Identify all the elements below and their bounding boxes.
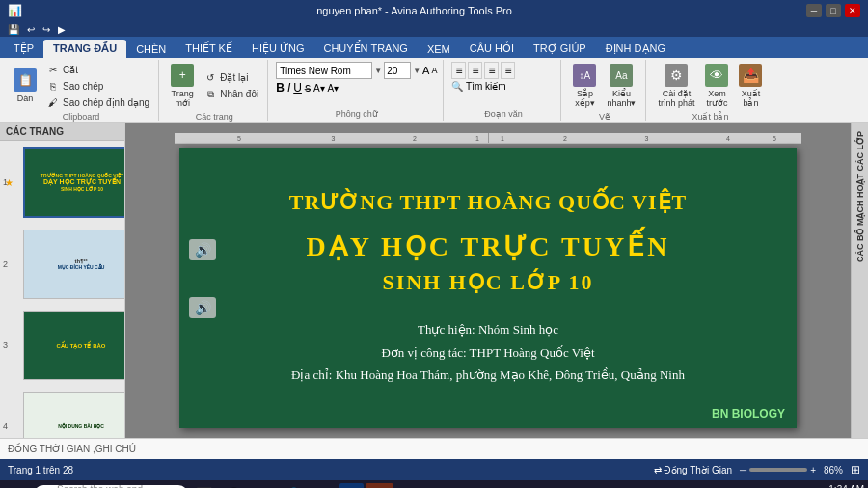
export-button[interactable]: 📤 Xuất bản [735, 62, 766, 110]
thumb-slide-4: NỘI DUNG BÀI HỌC [24, 393, 125, 438]
underline-button[interactable]: U [293, 81, 302, 95]
duplicate-button[interactable]: ⧉ Nhân đôi [201, 87, 261, 102]
slide-group-label: Các trang [167, 112, 261, 122]
sound-button-1[interactable]: 🔊 [189, 239, 216, 260]
clipboard-label: Clipboard [10, 112, 152, 122]
slide-panel-header: CÁC TRANG [0, 123, 124, 141]
paste-icon: 📋 [14, 68, 37, 92]
tab-cau-hoi[interactable]: CÂU HỎI [460, 40, 524, 58]
authoring-btn[interactable]: 🔺 [366, 483, 393, 488]
browser-btn[interactable]: 🌐 [280, 483, 308, 488]
ribbon: 📋 Dán ✂ Cắt ⎘ Sao chép 🖌 Sao chép định d… [0, 58, 868, 123]
strikethrough-button[interactable]: S̶ [305, 83, 311, 94]
paste-button[interactable]: 📋 Dán [10, 67, 41, 105]
cut-icon: ✂ [46, 63, 60, 76]
find-btn[interactable]: 🔍 Tìm kiếm [451, 81, 505, 92]
copy-button[interactable]: ⎘ Sao chép [43, 78, 152, 94]
align-center-btn[interactable]: ≡ [468, 62, 482, 79]
save-quick-btn[interactable]: 💾 [6, 24, 21, 35]
zoom-slider[interactable]: ─ + [740, 465, 816, 475]
title-bar: 📊 nguyen phan* - Avina Authoring Tools P… [0, 0, 868, 21]
status-bar: Trang 1 trên 28 ⇄ Đồng Thời Gian ─ + 86%… [0, 459, 868, 480]
copy-icon: ⎘ [46, 79, 60, 93]
slide-title-line2: SINH HỌC LỚP 10 [382, 270, 593, 295]
mail-btn[interactable]: 📧 [310, 483, 338, 488]
italic-button[interactable]: I [287, 81, 290, 95]
tab-trang-dau[interactable]: TRANG ĐẦU [43, 40, 126, 58]
status-left: Trang 1 trên 28 [8, 465, 73, 475]
tab-thiet-ke[interactable]: THIẾT KẾ [176, 40, 242, 58]
slide-num-2: 2 [3, 259, 8, 269]
new-slide-button[interactable]: + Trang mới [167, 62, 198, 110]
redo-quick-btn[interactable]: ↪ [41, 24, 52, 35]
style-button[interactable]: Aa Kiểu nhanh▾ [603, 62, 639, 110]
zoom-plus[interactable]: + [810, 465, 816, 475]
align-right-btn[interactable]: ≡ [484, 62, 499, 79]
new-slide-icon: + [171, 64, 194, 87]
justify-btn[interactable]: ≡ [501, 62, 515, 79]
tab-chuyen-trang[interactable]: CHUYỂN TRANG [313, 40, 417, 58]
slide-brand: BN BIOLOGY [712, 407, 785, 420]
restore-button[interactable]: □ [826, 4, 841, 17]
tab-dinh-dang[interactable]: ĐỊNH DẠNG [596, 40, 675, 58]
play-quick-btn[interactable]: ▶ [56, 24, 68, 35]
slide-thumb-inner-3: CẤU TẠO TẾ BÀO [24, 312, 125, 379]
slide-panel: CÁC TRANG 1 ★ TRƯỜNG THPT HOÀNG QUỐC VIỆ… [0, 123, 125, 438]
undo-quick-btn[interactable]: ↩ [25, 24, 37, 35]
text-color-btn[interactable]: A▾ [313, 83, 325, 94]
settings-button[interactable]: ⚙ Cài đặt trình phát [654, 62, 698, 110]
paragraph-group: ≡ ≡ ≡ ≡ 🔍 Tìm kiếm Đoạn văn [446, 60, 561, 121]
app-icon: 📊 [8, 4, 22, 17]
font-size-input[interactable] [384, 62, 411, 79]
zoom-minus[interactable]: ─ [740, 465, 746, 475]
tab-chen[interactable]: CHÈN [126, 41, 176, 58]
sort-group: ↕A Sắp xếp▾ Aa Kiểu nhanh▾ Vẽ [563, 60, 646, 121]
font-name-input[interactable] [276, 62, 372, 79]
slide-thumb-3[interactable]: CẤU TẠO TẾ BÀO [23, 311, 125, 380]
minimize-button[interactable]: ─ [806, 4, 822, 17]
slide-canvas-area: 5 3 2 1 1 2 3 4 5 🔊 🔊 TRƯỜNG THPT HOÀNG … [125, 123, 851, 438]
tab-hieu-ung[interactable]: HIỆU ỨNG [242, 40, 314, 58]
highlight-btn[interactable]: A▾ [328, 83, 339, 94]
settings-icon: ⚙ [665, 64, 688, 87]
window-controls: ─ □ ✕ [806, 4, 860, 17]
word-btn[interactable]: W [339, 483, 364, 488]
chat-btn[interactable]: 💬 [220, 483, 248, 488]
increase-font-btn[interactable]: A [422, 65, 429, 76]
bold-button[interactable]: B [276, 81, 285, 95]
slide-thumb-4[interactable]: NỘI DUNG BÀI HỌC [23, 392, 125, 438]
slide-group: + Trang mới ↺ Đặt lại ⧉ Nhân đôi Các tra… [161, 60, 268, 121]
slide-thumb-1[interactable]: TRƯỜNG THPT HOÀNG QUỐC VIỆT DẠY HỌC TRỰC… [23, 147, 125, 218]
reset-button[interactable]: ↺ Đặt lại [201, 70, 261, 86]
tab-xem[interactable]: XEM [418, 41, 460, 58]
time-display: 1:34 AM [828, 484, 864, 488]
quick-access-toolbar: 💾 ↩ ↪ ▶ [0, 21, 868, 37]
size-dropdown-arrow[interactable]: ▼ [413, 67, 420, 75]
fit-page-btn[interactable]: ⊞ [851, 463, 860, 476]
tab-tep[interactable]: TỆP [4, 40, 43, 58]
slide-thumb-inner-2: th¶²³ MỤC ĐÍCH YÊU CẦU [24, 230, 125, 298]
slide-thumb-2[interactable]: th¶²³ MỤC ĐÍCH YÊU CẦU [23, 230, 125, 299]
font-group-label: Phông chữ [276, 109, 437, 119]
slide-thumb-inner-1: TRƯỜNG THPT HOÀNG QUỐC VIỆT DẠY HỌC TRỰC… [25, 149, 125, 216]
sync-status: ⇄ Đồng Thời Gian [654, 465, 733, 475]
slide-num-4: 4 [3, 421, 8, 431]
close-button[interactable]: ✕ [845, 4, 860, 17]
format-painter-button[interactable]: 🖌 Sao chép định dạng [43, 95, 152, 110]
duplicate-icon: ⧉ [203, 88, 217, 101]
preview-icon: 👁 [705, 64, 728, 87]
preview-button[interactable]: 👁 Xem trước [701, 62, 732, 110]
sound-button-2[interactable]: 🔊 [189, 297, 216, 318]
format-painter-icon: 🖌 [46, 95, 60, 109]
file-explorer-btn[interactable]: 📁 [250, 483, 278, 488]
slide-small-btns: ↺ Đặt lại ⧉ Nhân đôi [201, 70, 261, 102]
tab-tro-giup[interactable]: TRỢ GIÚP [524, 40, 596, 58]
decrease-font-btn[interactable]: A [431, 66, 437, 75]
align-left-btn[interactable]: ≡ [451, 62, 466, 79]
notes-bar: ĐỒNG THỜI GIAN ,GHI CHÚ [0, 438, 868, 459]
sort-button[interactable]: ↕A Sắp xếp▾ [569, 62, 600, 110]
font-dropdown-arrow[interactable]: ▼ [374, 67, 382, 75]
task-view-btn[interactable]: ⬛ [190, 483, 218, 488]
zoom-percent: 86% [824, 465, 843, 475]
cut-button[interactable]: ✂ Cắt [43, 62, 152, 77]
